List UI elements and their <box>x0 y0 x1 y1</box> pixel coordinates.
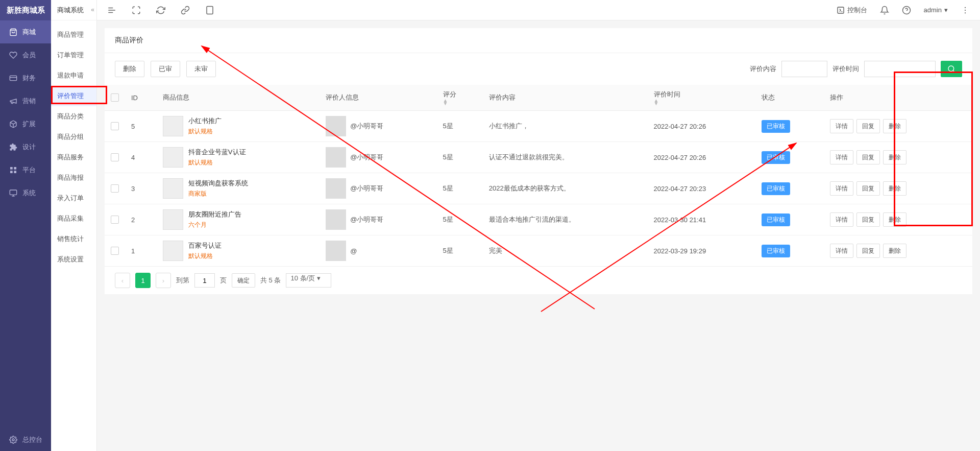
status-badge: 已审核 <box>762 245 790 257</box>
nav-item-label: 设计 <box>22 143 36 152</box>
sub-nav-item[interactable]: 商品分组 <box>51 127 96 147</box>
puzzle-icon <box>9 143 17 151</box>
sub-nav-item[interactable]: 商品分类 <box>51 106 96 127</box>
goto-confirm-button[interactable]: 确定 <box>232 273 255 288</box>
nav-item-box[interactable]: 扩展 <box>0 112 51 135</box>
sub-nav-item[interactable]: 商品采集 <box>51 208 96 229</box>
product-name: 短视频询盘获客系统 <box>188 179 248 188</box>
action-回复-button[interactable]: 回复 <box>856 150 880 164</box>
table-header[interactable]: 评分▲▼ <box>437 85 483 111</box>
action-回复-button[interactable]: 回复 <box>856 212 880 227</box>
table-row: 3短视频询盘获客系统商家版@小明哥哥5星2022最低成本的获客方式。2022-0… <box>105 173 972 204</box>
nav-item-megaphone[interactable]: 营销 <box>0 89 51 112</box>
action-详情-button[interactable]: 详情 <box>830 150 853 164</box>
svg-rect-1 <box>10 167 13 170</box>
goto-page-input[interactable] <box>194 273 215 288</box>
rating: 5星 <box>437 111 483 142</box>
sub-nav-item[interactable]: 系统设置 <box>51 249 96 270</box>
nav-bottom-console[interactable]: 总控台 <box>0 428 51 451</box>
delete-button[interactable]: 删除 <box>115 61 144 77</box>
action-删除-button[interactable]: 删除 <box>883 244 906 258</box>
svg-rect-4 <box>14 171 16 173</box>
heart-icon <box>9 51 17 59</box>
avatar <box>326 178 346 199</box>
menu-toggle-icon[interactable] <box>107 6 116 15</box>
page-size-select[interactable]: 10 条/页 ▾ <box>286 273 331 288</box>
unapproved-button[interactable]: 未审 <box>186 61 216 77</box>
nav-item-puzzle[interactable]: 设计 <box>0 135 51 158</box>
product-thumb <box>163 147 183 168</box>
sub-nav-item[interactable]: 商品管理 <box>51 25 96 45</box>
link-icon[interactable] <box>181 6 190 15</box>
table-row: 2朋友圈附近推广告六个月@小明哥哥5星最适合本地推广引流的渠道。2022-03-… <box>105 204 972 235</box>
page-1-button[interactable]: 1 <box>135 273 151 288</box>
prev-page-button[interactable]: ‹ <box>115 273 130 288</box>
nav-item-grid[interactable]: 平台 <box>0 158 51 181</box>
table-header[interactable]: 评价时间▲▼ <box>648 85 756 111</box>
sub-nav-item[interactable]: 订单管理 <box>51 45 96 65</box>
row-checkbox[interactable] <box>111 122 119 130</box>
sub-nav-item[interactable]: 退款申请 <box>51 65 96 86</box>
approved-button[interactable]: 已审 <box>151 61 180 77</box>
action-回复-button[interactable]: 回复 <box>856 181 880 196</box>
wallet-icon <box>9 74 17 82</box>
logo: 新胜商城系 <box>0 0 51 20</box>
action-删除-button[interactable]: 删除 <box>883 212 906 227</box>
reviewer-name: @小明哥哥 <box>350 153 383 162</box>
product-name: 小红书推广 <box>188 116 222 126</box>
filter-content-input[interactable] <box>781 61 827 77</box>
more-icon[interactable] <box>961 6 970 15</box>
action-详情-button[interactable]: 详情 <box>830 212 853 227</box>
table-header <box>105 85 125 111</box>
svg-line-20 <box>953 70 954 72</box>
avatar <box>326 116 346 136</box>
console-button[interactable]: 控制台 <box>837 6 867 15</box>
sub-nav-item[interactable]: 商品服务 <box>51 147 96 168</box>
action-详情-button[interactable]: 详情 <box>830 181 853 196</box>
refresh-icon[interactable] <box>156 6 165 15</box>
nav-item-label: 会员 <box>22 51 36 60</box>
svg-point-8 <box>12 439 14 441</box>
product-spec: 默认规格 <box>188 127 222 136</box>
product-thumb <box>163 241 183 261</box>
status-badge: 已审核 <box>762 182 790 195</box>
row-checkbox[interactable] <box>111 184 119 193</box>
action-回复-button[interactable]: 回复 <box>856 244 880 258</box>
search-button[interactable] <box>941 61 962 77</box>
fullscreen-icon[interactable] <box>132 6 141 15</box>
tablet-icon[interactable] <box>205 6 214 15</box>
page-label: 页 <box>220 276 227 285</box>
action-删除-button[interactable]: 删除 <box>883 119 906 133</box>
action-回复-button[interactable]: 回复 <box>856 119 880 133</box>
avatar <box>326 209 346 230</box>
nav-item-heart[interactable]: 会员 <box>0 43 51 66</box>
help-icon[interactable] <box>902 6 911 15</box>
grid-icon <box>9 166 17 174</box>
bell-icon[interactable] <box>880 6 889 15</box>
sort-icon: ▲▼ <box>654 99 750 105</box>
action-详情-button[interactable]: 详情 <box>830 244 853 258</box>
action-删除-button[interactable]: 删除 <box>883 181 906 196</box>
next-page-button[interactable]: › <box>156 273 171 288</box>
nav-item-label: 平台 <box>22 165 36 175</box>
action-详情-button[interactable]: 详情 <box>830 119 853 133</box>
user-menu[interactable]: admin ▾ <box>924 6 948 14</box>
action-删除-button[interactable]: 删除 <box>883 150 906 164</box>
svg-rect-0 <box>10 76 16 80</box>
sub-nav-item[interactable]: 销售统计 <box>51 229 96 249</box>
sub-nav-item[interactable]: 商品海报 <box>51 168 96 188</box>
row-checkbox[interactable] <box>111 247 119 255</box>
select-all-checkbox[interactable] <box>111 93 119 102</box>
row-checkbox[interactable] <box>111 153 119 161</box>
sub-nav-item[interactable]: 录入订单 <box>51 188 96 208</box>
status-badge: 已审核 <box>762 213 790 226</box>
search-icon <box>947 65 955 73</box>
nav-item-monitor[interactable]: 系统 <box>0 181 51 204</box>
filter-time-input[interactable] <box>864 61 936 77</box>
row-checkbox[interactable] <box>111 216 119 224</box>
table-row: 4抖音企业号蓝V认证默认规格@小明哥哥5星认证不通过退款就很完美。2022-04… <box>105 142 972 173</box>
nav-item-shopping-bag[interactable]: 商城 <box>0 20 51 43</box>
sub-nav-item[interactable]: 评价管理 <box>51 86 96 106</box>
collapse-icon[interactable]: « <box>91 6 94 13</box>
nav-item-wallet[interactable]: 财务 <box>0 66 51 89</box>
